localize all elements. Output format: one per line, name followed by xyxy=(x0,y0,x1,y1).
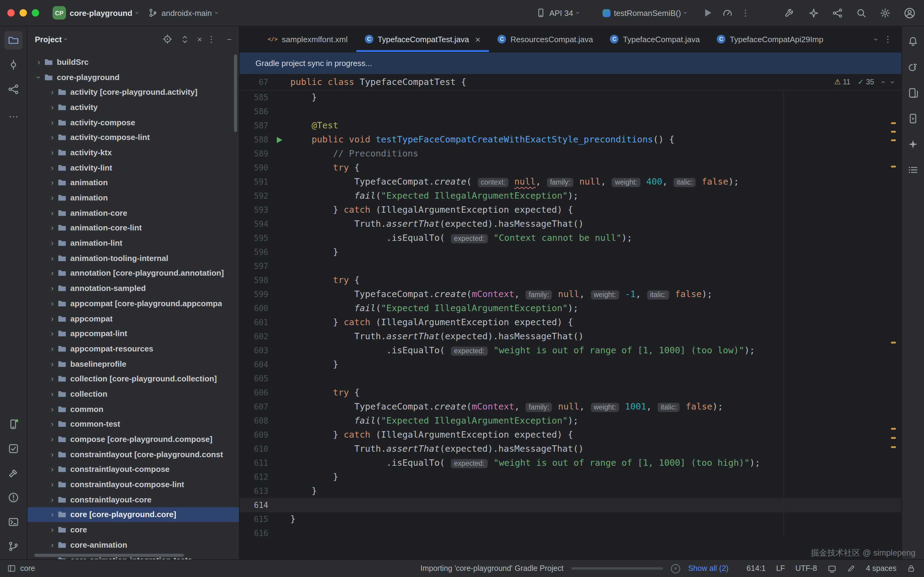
tree-item[interactable]: ›collection [core-playground.collection] xyxy=(27,371,239,386)
run-configuration-selector[interactable]: testRomanSemiB() › xyxy=(597,4,692,21)
structure-icon[interactable] xyxy=(4,80,23,98)
tree-item[interactable]: ›common-test xyxy=(27,417,239,432)
line-number[interactable]: 615 xyxy=(240,515,268,524)
chevron-icon[interactable]: › xyxy=(47,223,58,232)
tree-item[interactable]: ›activity-lint xyxy=(27,160,239,175)
line-number[interactable]: 612 xyxy=(240,472,268,482)
tree-item[interactable]: ›appcompat-lint xyxy=(27,326,239,341)
sticky-header-line[interactable]: 67 public class TypefaceCompatTest { ⚠ 1… xyxy=(240,74,901,90)
tree-item[interactable]: ›animation xyxy=(27,190,239,205)
chevron-icon[interactable]: › xyxy=(47,163,58,172)
code-line[interactable]: 587 @Test xyxy=(240,119,901,133)
line-number[interactable]: 600 xyxy=(240,304,268,313)
next-occurrence-icon[interactable]: › xyxy=(888,81,897,84)
todo-icon[interactable] xyxy=(904,161,922,179)
chevron-icon[interactable]: › xyxy=(47,540,58,550)
lock-icon[interactable] xyxy=(907,564,916,573)
branch-widget[interactable]: androidx-main › xyxy=(143,4,223,21)
chevron-icon[interactable]: › xyxy=(47,87,58,97)
code-line[interactable]: 604 } xyxy=(240,358,901,372)
code-line[interactable]: 588 public void testTypeFaceCompatCreate… xyxy=(240,133,901,147)
run-test-icon[interactable] xyxy=(277,137,282,143)
minimize-window-button[interactable] xyxy=(19,9,27,16)
line-number[interactable]: 607 xyxy=(240,402,268,411)
warning-stripe-mark[interactable] xyxy=(891,139,896,141)
tree-item[interactable]: ›constraintlayout-compose xyxy=(27,462,239,477)
more-vertical-icon[interactable]: … xyxy=(210,34,219,44)
line-number[interactable]: 597 xyxy=(240,262,268,271)
code-line[interactable]: 599 TypefaceCompat.create(mContext, fami… xyxy=(240,287,901,301)
line-number[interactable]: 585 xyxy=(240,93,268,102)
more-vertical-icon[interactable]: … xyxy=(744,8,753,18)
line-number[interactable]: 608 xyxy=(240,416,268,425)
tree-item[interactable]: ›animation-core xyxy=(27,205,239,220)
gutter[interactable] xyxy=(268,137,290,143)
warnings-indicator[interactable]: ⚠ 11 xyxy=(834,77,850,86)
profiler-icon[interactable] xyxy=(722,8,733,18)
code-line[interactable]: 613 } xyxy=(240,484,901,498)
line-number[interactable]: 606 xyxy=(240,388,268,397)
code-line[interactable]: 598 try { xyxy=(240,273,901,287)
notifications-icon[interactable] xyxy=(904,32,922,51)
tree-item[interactable]: ›activity xyxy=(27,100,239,114)
line-number[interactable]: 602 xyxy=(240,332,268,341)
chevron-icon[interactable]: › xyxy=(47,420,58,429)
line-number[interactable]: 601 xyxy=(240,318,268,327)
line-number[interactable]: 593 xyxy=(240,205,268,214)
code-line[interactable]: 590 try { xyxy=(240,161,901,175)
chevron-icon[interactable]: › xyxy=(47,193,58,202)
warning-stripe-mark[interactable] xyxy=(891,122,896,124)
editor-tab[interactable]: </>samplexmlfont.xml xyxy=(259,26,356,52)
hide-panel-icon[interactable]: − xyxy=(227,35,232,43)
ai-assistant-icon[interactable] xyxy=(904,135,922,153)
tree-item[interactable]: ›appcompat [core-playground.appcompa xyxy=(27,296,239,311)
chevron-down-icon[interactable]: › xyxy=(62,38,70,40)
code-line[interactable]: 609 } catch (IllegalArgumentException ex… xyxy=(240,428,901,442)
chevron-icon[interactable]: › xyxy=(47,254,58,263)
chevron-icon[interactable]: › xyxy=(47,480,58,489)
file-encoding[interactable]: UTF-8 xyxy=(795,564,817,573)
indent-setting[interactable]: 4 spaces xyxy=(866,564,897,573)
tree-item[interactable]: ›annotation-sampled xyxy=(27,281,239,296)
close-icon[interactable]: × xyxy=(475,34,481,44)
caret-position[interactable]: 614:1 xyxy=(747,564,766,573)
more-vertical-icon[interactable]: … xyxy=(886,34,895,44)
share-icon[interactable] xyxy=(832,8,843,18)
chevron-icon[interactable]: › xyxy=(47,103,58,112)
tree-item[interactable]: ›common xyxy=(27,401,239,417)
code-line[interactable]: 593 } catch (IllegalArgumentException ex… xyxy=(240,203,901,217)
chevron-icon[interactable]: › xyxy=(47,133,58,142)
code-area[interactable]: 585 }586587 @Test588 public void testTyp… xyxy=(240,90,901,559)
project-icon[interactable] xyxy=(4,31,23,50)
editor-tab[interactable]: CResourcesCompat.java xyxy=(489,26,602,52)
line-number[interactable]: 610 xyxy=(240,444,268,453)
warning-stripe-mark[interactable] xyxy=(891,446,896,448)
line-number[interactable]: 594 xyxy=(240,219,268,229)
chevron-icon[interactable]: › xyxy=(47,208,58,217)
chevron-icon[interactable]: › xyxy=(47,435,58,444)
code-line[interactable]: 601 } catch (IllegalArgumentException ex… xyxy=(240,315,901,329)
run-button[interactable] xyxy=(705,9,712,16)
locate-icon[interactable] xyxy=(163,34,172,44)
problems-icon[interactable] xyxy=(4,488,23,507)
line-number[interactable]: 591 xyxy=(240,177,268,187)
code-line[interactable]: 596 } xyxy=(240,245,901,259)
code-line[interactable]: 610 Truth.assertThat(expected).hasMessag… xyxy=(240,442,901,456)
warning-stripe-mark[interactable] xyxy=(891,342,896,343)
tree-item[interactable]: ›appcompat xyxy=(27,311,239,326)
code-line[interactable]: 595 .isEqualTo( expected: "Context canno… xyxy=(240,231,901,245)
pen-icon[interactable] xyxy=(847,564,856,573)
chevron-icon[interactable]: › xyxy=(47,465,58,474)
tree-item[interactable]: ›buildSrc xyxy=(27,55,239,69)
chevron-icon[interactable]: › xyxy=(47,178,58,187)
code-line[interactable]: 586 xyxy=(240,105,901,119)
tree-item[interactable]: ›animation-core-lint xyxy=(27,220,239,235)
tree-item[interactable]: ›core-playground xyxy=(27,69,239,84)
tree-item[interactable]: ›animation xyxy=(27,175,239,190)
chevron-icon[interactable]: › xyxy=(47,525,58,534)
insights-icon[interactable] xyxy=(4,440,23,458)
tree-item[interactable]: ›activity-ktx xyxy=(27,145,239,160)
chevron-icon[interactable]: › xyxy=(34,58,44,67)
line-number[interactable]: 614 xyxy=(240,501,268,510)
warning-stripe-mark[interactable] xyxy=(891,428,896,430)
